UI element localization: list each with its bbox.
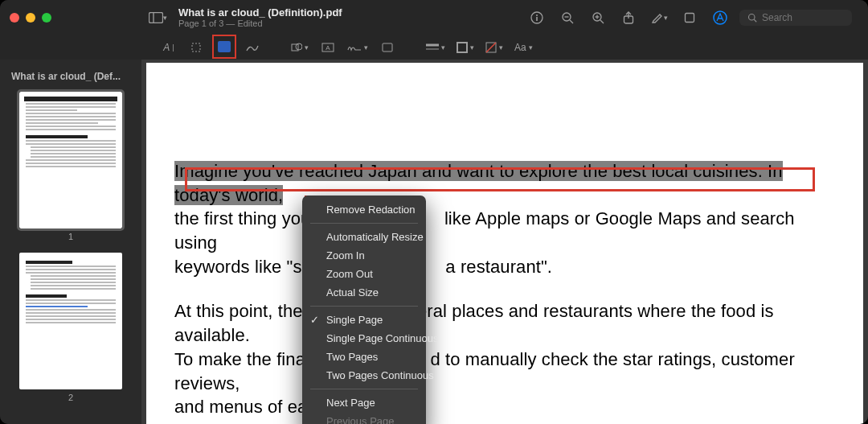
titlebar: ▾ What is ar cloud_ (Definition).pdf Pag… <box>0 0 868 60</box>
chevron-down-icon: ▾ <box>664 14 668 22</box>
search-input[interactable] <box>762 12 834 23</box>
border-style-button[interactable]: ▾ <box>423 38 448 57</box>
svg-rect-0 <box>149 13 162 23</box>
svg-rect-14 <box>686 14 694 23</box>
thumbnail-page-2[interactable] <box>19 253 122 389</box>
menu-single-page[interactable]: Single Page <box>302 311 426 329</box>
fullscreen-window-button[interactable] <box>42 13 51 23</box>
page-1: Imagine you've reached Japan and want to… <box>146 63 863 424</box>
svg-line-28 <box>486 43 496 52</box>
font-button[interactable]: Aa▾ <box>511 38 536 57</box>
search-icon <box>747 13 757 23</box>
app-window: ▾ What is ar cloud_ (Definition).pdf Pag… <box>0 0 868 424</box>
note-button[interactable] <box>376 38 399 57</box>
chevron-down-icon: ▾ <box>529 43 533 51</box>
svg-rect-18 <box>192 43 200 51</box>
text-box-button[interactable]: A <box>317 38 339 57</box>
selection-tool-button[interactable] <box>185 38 207 57</box>
redact-icon <box>218 41 231 52</box>
thumbnails-sidebar: What is ar cloud_ (Def... 1 <box>0 60 141 424</box>
document-title: What is ar cloud_ (Definition).pdf <box>178 6 342 19</box>
info-button[interactable] <box>526 6 548 29</box>
svg-point-16 <box>749 14 755 21</box>
sketch-button[interactable] <box>241 38 264 57</box>
search-field[interactable] <box>739 10 852 26</box>
redact-tool-button[interactable] <box>212 35 236 59</box>
menu-actual-size[interactable]: Actual Size <box>302 283 426 302</box>
menu-zoom-in[interactable]: Zoom In <box>302 246 426 265</box>
chevron-down-icon: ▾ <box>441 43 445 51</box>
markup-button[interactable] <box>709 6 731 29</box>
annotation-highlight-box-1 <box>185 167 815 191</box>
thumbnail-2-number: 2 <box>68 393 73 402</box>
context-menu: Remove Redaction Automatically Resize Zo… <box>302 196 426 424</box>
fill-color-button[interactable]: ▾ <box>482 38 506 57</box>
thumbnail-1-number: 1 <box>68 232 73 241</box>
traffic-lights <box>10 13 146 23</box>
sidebar-doc-title: What is ar cloud_ (Def... <box>0 68 141 92</box>
zoom-in-button[interactable] <box>587 6 609 29</box>
svg-text:A: A <box>326 44 330 51</box>
chevron-down-icon: ▾ <box>499 43 503 51</box>
document-viewport[interactable]: Imagine you've reached Japan and want to… <box>141 60 868 424</box>
menu-two-pages[interactable]: Two Pages <box>302 348 426 366</box>
share-button[interactable] <box>617 6 640 29</box>
text-style-button[interactable]: A| <box>158 38 180 57</box>
thumbnail-page-1[interactable] <box>19 92 122 228</box>
chevron-down-icon: ▾ <box>305 43 309 51</box>
shapes-button[interactable]: ▾ <box>288 38 312 57</box>
body: What is ar cloud_ (Def... 1 <box>0 60 868 424</box>
document-subtitle: Page 1 of 3 — Edited <box>178 19 342 29</box>
zoom-out-button[interactable] <box>556 6 579 29</box>
sign-button[interactable]: ▾ <box>344 38 371 57</box>
menu-auto-resize[interactable]: Automatically Resize <box>302 228 426 246</box>
svg-rect-4 <box>536 17 538 21</box>
close-window-button[interactable] <box>10 13 19 23</box>
titlebar-right: ▾ <box>526 6 858 29</box>
svg-line-9 <box>600 20 604 23</box>
svg-point-3 <box>536 14 538 16</box>
menu-zoom-out[interactable]: Zoom Out <box>302 265 426 283</box>
sidebar-toggle-button[interactable]: ▾ <box>146 6 169 29</box>
menu-next-page[interactable]: Next Page <box>302 393 426 412</box>
minimize-window-button[interactable] <box>26 13 35 23</box>
title-meta: What is ar cloud_ (Definition).pdf Page … <box>178 6 342 30</box>
titlebar-center: ▾ What is ar cloud_ (Definition).pdf Pag… <box>146 6 526 30</box>
chevron-down-icon: ▾ <box>163 14 167 22</box>
paragraph-2: At this point, the eral places and resta… <box>174 299 841 418</box>
menu-two-pages-continuous[interactable]: Two Pages Continuous <box>302 366 426 385</box>
markup-toolbar: A| ▾ A ▾ ▾ ▾ ▾ Aa▾ <box>0 35 868 60</box>
rotate-button[interactable] <box>678 6 701 29</box>
thumbnail-2-wrap: 2 <box>0 253 141 402</box>
svg-line-17 <box>754 19 756 22</box>
svg-point-20 <box>296 43 302 50</box>
menu-remove-redaction[interactable]: Remove Redaction <box>302 200 426 219</box>
menu-previous-page: Previous Page <box>302 412 426 424</box>
border-color-button[interactable]: ▾ <box>453 38 477 57</box>
titlebar-top: ▾ What is ar cloud_ (Definition).pdf Pag… <box>0 0 868 35</box>
chevron-down-icon: ▾ <box>470 43 474 51</box>
svg-rect-23 <box>383 43 392 51</box>
font-label: Aa <box>514 42 526 53</box>
chevron-down-icon: ▾ <box>364 43 368 51</box>
highlight-button[interactable]: ▾ <box>648 6 670 29</box>
svg-line-6 <box>570 20 573 23</box>
svg-rect-26 <box>457 43 467 52</box>
thumbnail-1-wrap: 1 <box>0 92 141 241</box>
menu-single-page-continuous[interactable]: Single Page Continuous <box>302 329 426 348</box>
